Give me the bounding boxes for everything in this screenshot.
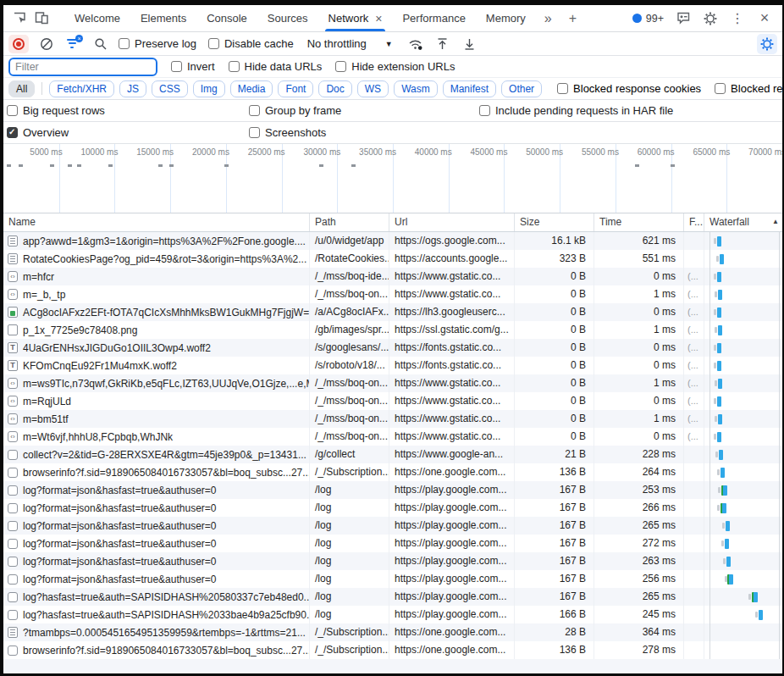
request-size-cell[interactable]: 0 B — [515, 303, 594, 321]
request-time-cell[interactable]: 1 ms — [594, 374, 684, 392]
request-name-cell[interactable]: m=_b,_tp — [3, 285, 310, 303]
import-har-icon[interactable] — [433, 35, 452, 53]
request-url-cell[interactable]: https://www.gstatic.co... — [389, 392, 515, 410]
request-url-cell[interactable]: https://play.google.com... — [389, 606, 515, 623]
request-name-cell[interactable]: log?format=json&hasfast=true&authuser=0 — [3, 481, 310, 499]
request-name-cell[interactable]: 4UaGrENHsxJIGDuGo1OIIL3Owp4.woff2 — [3, 339, 310, 357]
settings-gear-icon[interactable] — [699, 8, 721, 29]
request-size-cell[interactable]: 136 B — [515, 641, 594, 659]
column-header-name[interactable]: Name — [3, 213, 310, 231]
request-fulfilled-cell[interactable] — [684, 535, 704, 552]
request-waterfall-cell[interactable] — [704, 428, 782, 446]
filter-chip-doc[interactable]: Doc — [318, 80, 351, 97]
request-fulfilled-cell[interactable] — [684, 499, 704, 517]
request-url-cell[interactable]: https://play.google.com... — [389, 535, 515, 552]
request-url-cell[interactable]: https://www.gstatic.co... — [389, 410, 515, 428]
checkbox-disable-cache[interactable] — [208, 38, 219, 49]
network-conditions-icon[interactable] — [406, 35, 425, 53]
request-row[interactable]: m=ws9TIc,n73qwf,GkRiKb,e5qFLc,IZT63,UUJq… — [3, 374, 782, 392]
request-path-cell[interactable]: /log — [310, 517, 389, 535]
filter-chip-img[interactable]: Img — [193, 80, 225, 97]
request-waterfall-cell[interactable] — [704, 481, 782, 499]
option-group-by-frame[interactable]: Group by frame — [249, 104, 341, 117]
request-fulfilled-cell[interactable] — [684, 250, 704, 268]
request-time-cell[interactable]: 0 ms — [594, 428, 684, 446]
request-url-cell[interactable]: https://www.gstatic.co... — [389, 268, 515, 285]
request-time-cell[interactable]: 253 ms — [594, 481, 684, 499]
request-name-cell[interactable]: log?format=json&hasfast=true&authuser=0 — [3, 535, 310, 552]
request-waterfall-cell[interactable] — [704, 641, 782, 659]
request-fulfilled-cell[interactable] — [684, 606, 704, 623]
filter-input[interactable] — [8, 58, 157, 76]
request-row[interactable]: browserinfo?f.sid=9189065084016733057&bl… — [3, 463, 782, 481]
chips-checkbox-blocked-requests[interactable]: Blocked requests — [715, 82, 782, 95]
request-time-cell[interactable]: 264 ms — [594, 463, 684, 481]
request-path-cell[interactable]: /log — [310, 481, 389, 499]
request-time-cell[interactable]: 0 ms — [594, 339, 684, 357]
request-path-cell[interactable]: /log — [310, 499, 389, 517]
request-url-cell[interactable]: https://accounts.google... — [389, 250, 515, 268]
request-fulfilled-cell[interactable]: (... — [684, 285, 704, 303]
request-waterfall-cell[interactable] — [704, 588, 782, 606]
request-path-cell[interactable]: /a/ACg8ocIAFx... — [310, 303, 389, 321]
request-size-cell[interactable]: 0 B — [515, 374, 594, 392]
filter-chip-media[interactable]: Media — [230, 80, 273, 97]
checkbox-blocked-requests[interactable] — [715, 83, 726, 94]
request-time-cell[interactable]: 266 ms — [594, 499, 684, 517]
filter-chip-other[interactable]: Other — [501, 80, 542, 97]
checkbox-preserve-log[interactable] — [119, 38, 130, 49]
request-time-cell[interactable]: 256 ms — [594, 570, 684, 588]
request-path-cell[interactable]: /gb/images/spr... — [310, 321, 389, 339]
checkbox-include-pending-requests-in-har-file[interactable] — [479, 105, 490, 116]
request-fulfilled-cell[interactable]: (... — [684, 392, 704, 410]
issues-counter[interactable]: 99+ — [629, 13, 667, 25]
request-fulfilled-cell[interactable] — [684, 232, 704, 250]
request-waterfall-cell[interactable] — [704, 463, 782, 481]
request-time-cell[interactable]: 272 ms — [594, 535, 684, 552]
request-waterfall-cell[interactable] — [704, 374, 782, 392]
request-name-cell[interactable]: m=RqjULd — [3, 392, 310, 410]
request-size-cell[interactable]: 0 B — [515, 357, 594, 374]
search-icon[interactable] — [91, 35, 110, 53]
request-url-cell[interactable]: https://play.google.com... — [389, 588, 515, 606]
request-path-cell[interactable]: /log — [310, 552, 389, 570]
column-header-size[interactable]: Size — [515, 213, 594, 231]
tab-sources[interactable]: Sources — [257, 5, 318, 31]
request-path-cell[interactable]: /_/mss/boq-on... — [310, 410, 389, 428]
request-size-cell[interactable]: 167 B — [515, 517, 594, 535]
request-name-cell[interactable]: log?format=json&hasfast=true&authuser=0 — [3, 552, 310, 570]
request-path-cell[interactable]: /s/roboto/v18/... — [310, 357, 389, 374]
network-settings-gear-icon[interactable] — [757, 34, 777, 54]
request-fulfilled-cell[interactable]: (... — [684, 357, 704, 374]
request-name-cell[interactable]: KFOmCnqEu92Fr1Mu4mxK.woff2 — [3, 357, 310, 374]
device-toolbar-icon[interactable] — [30, 8, 52, 29]
option-overview[interactable]: Overview — [7, 126, 69, 139]
option-screenshots[interactable]: Screenshots — [249, 126, 326, 139]
request-path-cell[interactable]: /log — [310, 588, 389, 606]
request-row[interactable]: ACg8ocIAFxz2EFt-fOTA7qCIcXsMhhMksBW1GukM… — [3, 303, 782, 321]
request-waterfall-cell[interactable] — [704, 268, 782, 285]
request-waterfall-cell[interactable] — [704, 303, 782, 321]
request-waterfall-cell[interactable] — [704, 446, 782, 463]
inspect-element-icon[interactable] — [8, 8, 30, 29]
request-waterfall-cell[interactable] — [704, 517, 782, 535]
request-fulfilled-cell[interactable]: (... — [684, 339, 704, 357]
request-fulfilled-cell[interactable] — [684, 552, 704, 570]
chips-checkbox-blocked-response-cookies[interactable]: Blocked response cookies — [557, 82, 701, 95]
request-time-cell[interactable]: 245 ms — [594, 606, 684, 623]
request-size-cell[interactable]: 167 B — [515, 499, 594, 517]
request-path-cell[interactable]: /_/Subscription... — [310, 463, 389, 481]
request-name-cell[interactable]: collect?v=2&tid=G-28ERXSXE4R&gtm=45je39p… — [3, 446, 310, 463]
request-size-cell[interactable]: 0 B — [515, 285, 594, 303]
request-name-cell[interactable]: m=bm51tf — [3, 410, 310, 428]
close-devtools-icon[interactable]: × — [754, 8, 776, 29]
request-waterfall-cell[interactable] — [704, 570, 782, 588]
request-url-cell[interactable]: https://fonts.gstatic.co... — [389, 357, 515, 374]
request-name-cell[interactable]: log?format=json&hasfast=true&authuser=0 — [3, 517, 310, 535]
request-row[interactable]: log?format=json&hasfast=true&authuser=0/… — [3, 570, 782, 588]
request-time-cell[interactable]: 1 ms — [594, 410, 684, 428]
checkbox-big-request-rows[interactable] — [7, 105, 18, 116]
request-row[interactable]: ?tmambps=0.0005451654951359959&rtembps=-… — [3, 623, 782, 641]
record-network-log-icon[interactable] — [8, 35, 29, 53]
request-size-cell[interactable]: 0 B — [515, 428, 594, 446]
